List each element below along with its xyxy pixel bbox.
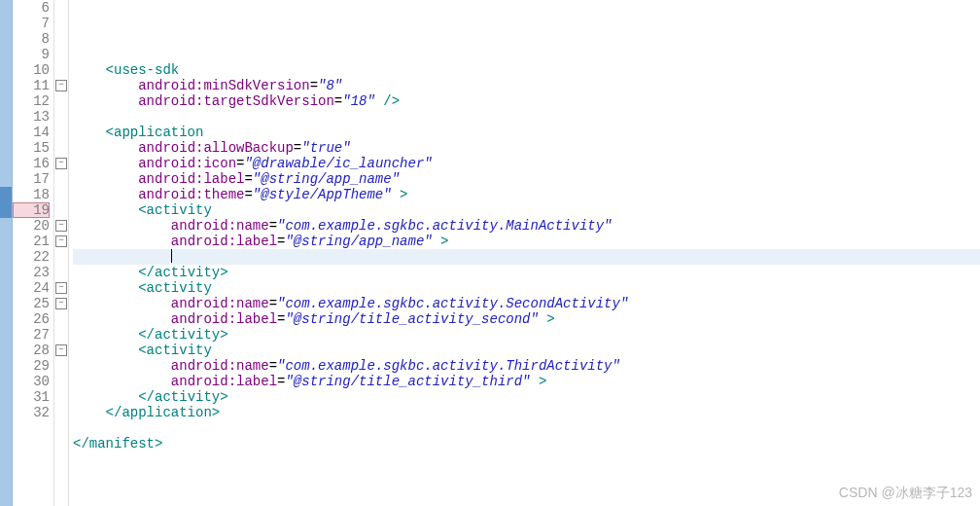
token-tag: </activity> <box>138 389 228 405</box>
token-attr: android:label <box>171 374 277 389</box>
token-punc: = <box>334 93 342 109</box>
line-number: 28 <box>13 343 50 358</box>
code-line[interactable] <box>73 109 980 125</box>
token-punc: = <box>294 140 301 156</box>
token-str: "true" <box>301 140 350 156</box>
code-line[interactable]: <application <box>73 125 980 140</box>
code-line[interactable] <box>73 47 980 62</box>
code-line[interactable]: android:targetSdkVersion="18" /> <box>73 93 980 109</box>
token-str: "com.example.sgkbc.activity.ThirdActivit… <box>277 358 620 374</box>
line-number-gutter: 6789101112131415161718192021222324252627… <box>13 0 54 506</box>
line-number: 29 <box>13 358 50 374</box>
token-str: "com.example.sgkbc.activity.SecondActivi… <box>277 296 628 311</box>
code-line[interactable]: </manifest> <box>73 436 980 452</box>
code-area[interactable]: <uses-sdk android:minSdkVersion="8" andr… <box>69 0 980 506</box>
fold-toggle-icon[interactable]: − <box>55 298 67 309</box>
token-punc: = <box>269 358 277 374</box>
code-line[interactable]: <activity <box>73 343 980 358</box>
token-attr: android:theme <box>138 187 244 202</box>
token-tag: > <box>539 311 555 327</box>
text-cursor <box>171 249 172 263</box>
code-line[interactable]: android:theme="@style/AppTheme" > <box>73 187 980 202</box>
token-attr: android:minSdkVersion <box>138 78 309 93</box>
code-line[interactable]: android:minSdkVersion="8" <box>73 78 980 93</box>
token-tag: </activity> <box>138 327 228 343</box>
token-str: "@string/app_name" <box>285 234 432 249</box>
fold-toggle-icon[interactable]: − <box>55 235 67 247</box>
token-tag: > <box>392 187 408 202</box>
line-number: 15 <box>13 140 50 156</box>
code-line[interactable]: <activity <box>73 202 980 218</box>
token-punc: = <box>269 296 277 311</box>
watermark: CSDN @冰糖李子123 <box>839 485 972 502</box>
line-number: 24 <box>13 280 50 296</box>
code-line[interactable]: </activity> <box>73 265 980 280</box>
line-number: 7 <box>13 16 50 31</box>
line-number: 18 <box>13 187 50 202</box>
token-tag: <activity <box>138 343 212 358</box>
token-tag: <application <box>106 125 204 140</box>
token-tag: /> <box>375 93 400 109</box>
token-punc: = <box>244 187 252 202</box>
fold-column: −−−−−−− <box>54 0 69 506</box>
code-line[interactable]: android:name="com.example.sgkbc.activity… <box>73 296 980 311</box>
code-line[interactable]: android:allowBackup="true" <box>73 140 980 156</box>
token-attr: android:name <box>171 218 269 234</box>
line-number: 10 <box>13 62 50 78</box>
token-attr: android:name <box>171 358 269 374</box>
line-number: 26 <box>13 311 50 327</box>
token-attr: android:label <box>171 234 277 249</box>
code-line[interactable] <box>73 452 980 467</box>
fold-toggle-icon[interactable]: − <box>55 158 67 169</box>
line-number: 19 <box>13 202 50 218</box>
token-tag: </application> <box>106 405 221 420</box>
token-punc: = <box>244 171 252 187</box>
code-line[interactable]: </activity> <box>73 389 980 405</box>
token-attr: android:targetSdkVersion <box>138 93 334 109</box>
token-str: "@string/app_name" <box>253 171 400 187</box>
line-number: 21 <box>13 234 50 249</box>
code-line[interactable] <box>73 249 980 265</box>
code-line[interactable]: android:label="@string/app_name" <box>73 171 980 187</box>
line-number: 22 <box>13 249 50 265</box>
token-punc: = <box>310 78 318 93</box>
code-line[interactable]: </activity> <box>73 327 980 343</box>
code-line[interactable]: android:label="@string/title_activity_se… <box>73 311 980 327</box>
token-str: "com.example.sgkbc.activity.MainActivity… <box>277 218 612 234</box>
line-number: 23 <box>13 265 50 280</box>
token-tag: </manifest> <box>73 436 162 452</box>
marker-bar <box>0 0 13 506</box>
token-attr: android:icon <box>138 156 236 171</box>
token-attr: android:name <box>171 296 269 311</box>
code-line[interactable] <box>73 420 980 436</box>
line-number: 9 <box>13 47 50 62</box>
fold-toggle-icon[interactable]: − <box>55 80 67 91</box>
code-line[interactable]: <activity <box>73 280 980 296</box>
code-line[interactable]: android:label="@string/title_activity_th… <box>73 374 980 389</box>
code-line[interactable]: android:label="@string/app_name" > <box>73 234 980 249</box>
fold-toggle-icon[interactable]: − <box>55 344 67 356</box>
line-number: 12 <box>13 93 50 109</box>
fold-toggle-icon[interactable]: − <box>55 220 67 232</box>
code-line[interactable]: </application> <box>73 405 980 420</box>
token-str: "@string/title_activity_second" <box>285 311 538 327</box>
line-number: 25 <box>13 296 50 311</box>
line-number: 20 <box>13 218 50 234</box>
code-line[interactable]: android:name="com.example.sgkbc.activity… <box>73 358 980 374</box>
code-line[interactable]: android:name="com.example.sgkbc.activity… <box>73 218 980 234</box>
change-marker <box>0 187 12 202</box>
code-line[interactable]: android:icon="@drawable/ic_launcher" <box>73 156 980 171</box>
change-marker <box>0 202 12 218</box>
code-line[interactable]: <uses-sdk <box>73 62 980 78</box>
token-tag: <activity <box>138 280 212 296</box>
code-editor[interactable]: 6789101112131415161718192021222324252627… <box>0 0 980 506</box>
token-punc: = <box>269 218 277 234</box>
fold-toggle-icon[interactable]: − <box>55 282 67 294</box>
line-number: 11 <box>13 78 50 93</box>
token-str: "8" <box>318 78 342 93</box>
token-str: "18" <box>342 93 375 109</box>
line-number: 32 <box>13 405 50 420</box>
line-number: 14 <box>13 125 50 140</box>
line-number: 16 <box>13 156 50 171</box>
line-number: 30 <box>13 374 50 389</box>
